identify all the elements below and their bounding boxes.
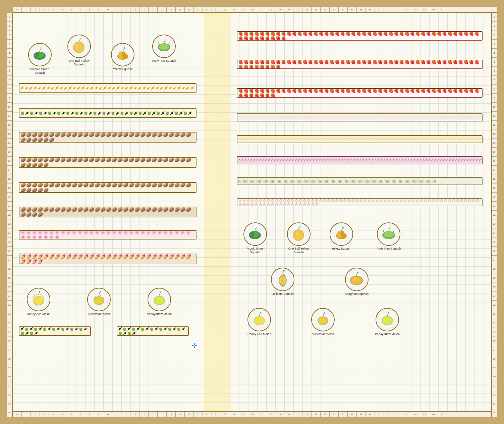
papayadew-icon-right	[376, 308, 399, 331]
delicata-icon	[271, 268, 294, 291]
center-divider	[203, 13, 230, 411]
strawberry-row-2: 🍓🍓🍓🍓🍓🍓🍓🍓🍓🍓🍓🍓🍓🍓🍓🍓🍓🍓🍓🍓🍓🍓🍓🍓🍓🍓🍓🍓🍓🍓🍓🍓🍓🍓🍓🍓🍓🍓🍓🍓…	[237, 60, 483, 69]
svg-point-49	[255, 317, 264, 324]
svg-point-55	[383, 317, 392, 324]
piccolo-label-right: Piccolo Green Squash	[241, 247, 269, 254]
piccolo-green-icon-right	[243, 222, 267, 246]
svg-point-42	[283, 270, 285, 271]
ruler-right: 0' 1' 2' 3' 4' 5' 6' 7' 8' 9' 10' 11' 12…	[491, 13, 497, 417]
piccolo-green-squash-right: Piccolo Green Squash	[241, 222, 269, 254]
svg-point-24	[157, 298, 159, 301]
superstar-label-right: Superstar Melon	[312, 332, 334, 336]
svg-point-5	[74, 43, 83, 52]
patty-pan-squash-right: Patty Pan Squash	[377, 222, 401, 251]
svg-point-6	[80, 38, 81, 39]
bulgarian-carrot-row-1: 🌶🫑🌶🫑🌶🫑🌶🫑🌶🫑🌶🫑🌶🫑🌶🫑🌶🫑🌶 Bulgarian Carrot Pep…	[19, 326, 91, 336]
one-ball-label-left: One Ball Yellow Squash	[65, 59, 93, 66]
svg-point-30	[294, 230, 303, 240]
plant-one-ball-left: One Ball Yellow Squash	[65, 35, 93, 66]
bulgarian-carrot-row-2: 🌶🫑🌶🫑🌶🫑🌶🫑🌶🫑🌶🫑🌶🫑🌶🫑🌶🫑🌶 Bulgarian Carrot Pep…	[117, 326, 189, 336]
superstar-melon-right: Superstar Melon	[311, 308, 335, 336]
svg-point-50	[260, 312, 261, 313]
svg-point-36	[342, 227, 344, 228]
svg-point-19	[95, 297, 103, 304]
plant-piccolo-green-squash-left: Piccolo Green Squash	[25, 43, 54, 75]
spaghetti-label: Spaghetti Squash	[345, 292, 369, 296]
svg-point-13	[159, 44, 169, 50]
yellow-squash-label-right: Yellow Squash	[332, 247, 351, 251]
german-butterball-row: 🥔🥔🥔🥔🥔🥔🥔🥔🥔🥔🥔🥔🥔🥔🥔🥔🥔🥔🥔🥔🥔🥔🥔🥔🥔🥔🥔🥔🥔🥔🥔🥔🥔🥔 Germa…	[19, 207, 197, 217]
yellow-squash-right: Yellow Squash	[330, 222, 353, 251]
white-onion-row: ⬭⬭⬭⬭⬭⬭⬭⬭⬭⬭⬭⬭⬭⬭⬭⬭⬭⬭⬭⬭⬭⬭⬭⬭⬭⬭⬭⬭⬭⬭⬭⬭⬭⬭⬭⬭⬭⬭⬭⬭…	[237, 113, 483, 121]
superstar-icon-left	[87, 288, 111, 311]
svg-point-28	[256, 227, 257, 228]
one-ball-label-right: One Ball Yellow Squash	[284, 247, 313, 254]
one-ball-icon-right	[287, 222, 311, 246]
svg-point-20	[100, 291, 101, 293]
svg-point-27	[251, 231, 254, 236]
superstar-icon-right	[311, 308, 335, 331]
svg-point-53	[324, 312, 325, 314]
svg-point-23	[160, 292, 161, 293]
red-onion-row: ⬭⬭⬭⬭⬭⬭⬭⬭⬭⬭⬭⬭⬭⬭⬭⬭⬭⬭⬭⬭⬭⬭⬭⬭⬭⬭⬭⬭⬭⬭⬭⬭⬭⬭⬭⬭⬭⬭⬭⬭…	[237, 156, 483, 164]
yellow-squash-label-topleft: Yellow Squash	[113, 67, 133, 71]
svg-point-52	[319, 317, 327, 324]
svg-point-14	[165, 39, 166, 41]
sweet-pea-row: 🌸🌸🌸🌸🌸🌸🌸🌸🌸🌸🌸🌸🌸🌸🌸🌸🌸🌸🌸🌸🌸🌸🌸🌸🌸🌸🌸🌸🌸🌸🌸🌸🌸🌸🌸🌸🌸 Sw…	[19, 230, 197, 240]
plant-patty-pan-top: Patty Pan Squash	[152, 35, 176, 63]
patty-pan-label-right: Patty Pan Squash	[377, 247, 401, 251]
ruler-left: 0' 1' 2' 3' 4' 5' 6' 7' 8' 9' 10' 11' 12…	[7, 13, 13, 417]
strawberry-row-1: 🍓🍓🍓🍓🍓🍓🍓🍓🍓🍓🍓🍓🍓🍓🍓🍓🍓🍓🍓🍓🍓🍓🍓🍓🍓🍓🍓🍓🍓🍓🍓🍓🍓🍓🍓🍓🍓🍓🍓🍓…	[237, 31, 483, 41]
french-fingerling-row: 🥔🥔🥔🥔🥔🥔🥔🥔🥔🥔🥔🥔🥔🥔🥔🥔🥔🥔🥔🥔🥔🥔🥔🥔🥔🥔🥔🥔🥔🥔🥔🥔🥔🥔🥔🥔 Fre…	[19, 132, 197, 143]
patty-pan-icon-right	[377, 222, 400, 246]
yellow-onion-row: ⬭⬭⬭⬭⬭⬭⬭⬭⬭⬭⬭⬭⬭⬭⬭⬭⬭⬭⬭⬭⬭⬭⬭⬭⬭⬭⬭⬭⬭⬭⬭⬭⬭⬭⬭⬭⬭⬭⬭⬭…	[237, 135, 483, 143]
honey-ace-melon-right: Honey Ace Melon	[247, 308, 271, 336]
one-ball-yellow-squash-right: One Ball Yellow Squash	[284, 222, 313, 254]
papayadew-melon-left: Papayadew Melon	[147, 288, 172, 316]
svg-point-10	[122, 51, 126, 57]
papayadew-label-right: Papayadew Melon	[375, 332, 400, 336]
svg-point-38	[384, 231, 394, 237]
strawberry-row-3: 🍓🍓🍓🍓🍓🍓🍓🍓🍓🍓🍓🍓🍓🍓🍓🍓🍓🍓🍓🍓🍓🍓🍓🍓🍓🍓🍓🍓🍓🍓🍓🍓🍓🍓🍓🍓🍓🍓🍓🍓…	[237, 88, 483, 98]
jalapeno-pepper-row: 🫑🌶🫑🌶🫑🌶🫑🌶🫑🌶🫑🌶🫑🌶🫑🌶🫑🌶🫑🌶🫑🌶🫑🌶🫑🌶🫑🌶🫑🌶🫑🌶🫑🌶🫑🌶🫑🌶 J…	[19, 108, 197, 118]
svg-point-45	[351, 277, 362, 284]
svg-point-35	[340, 231, 344, 237]
honey-ace-icon-right	[247, 308, 271, 331]
papayadew-icon-left	[148, 288, 171, 311]
svg-point-31	[300, 226, 301, 227]
banana-pepper-row: 🌶🌶🌶🌶🌶🌶🌶🌶🌶🌶🌶🌶🌶🌶🌶🌶🌶🌶🌶🌶🌶🌶🌶🌶🌶🌶🌶🌶🌶🌶🌶🌶🌶🌶🌶🌶🌶🌶🌶🌶…	[19, 83, 197, 93]
compass-cursor: ✛	[192, 341, 198, 350]
spaghetti-icon	[345, 268, 369, 291]
delicata-label: Delicata Squash	[272, 292, 294, 296]
patty-pan-label-top: Patty Pan Squash	[152, 59, 176, 63]
svg-point-22	[155, 297, 164, 304]
svg-point-56	[388, 312, 389, 313]
georgia-jet-row: 🍠🍠🍠🍠🍠🍠🍠🍠🍠🍠🍠🍠🍠🍠🍠🍠🍠🍠🍠🍠🍠🍠🍠🍠🍠🍠🍠🍠🍠🍠🍠🍠🍠🍠 Georg…	[19, 254, 197, 264]
garden-area: Piccolo Green Squash One Ball Yellow Squ…	[13, 13, 491, 411]
yellow-squash-icon-right	[330, 222, 353, 246]
garden-container: Piccolo Green Squash One Ball Yellow Squ…	[0, 0, 504, 424]
honey-ace-icon-left	[27, 288, 50, 311]
svg-point-46	[357, 272, 358, 273]
svg-point-11	[124, 47, 125, 49]
white-wax-onion-row: ||||||||||||||||||||||||||||||||||||||||…	[237, 177, 483, 185]
superstar-melon-left: Superstar Melon	[87, 288, 111, 316]
superstar-label-left: Superstar Melon	[88, 312, 110, 316]
honey-ace-label-left: Honey Ace Melon	[27, 312, 51, 316]
svg-point-32	[296, 232, 298, 235]
svg-point-39	[389, 227, 391, 228]
plant-yellow-squash-topleft: Yellow Squash	[111, 43, 134, 71]
spaghetti-squash: Spaghetti Squash	[345, 268, 369, 296]
delicata-squash: Delicata Squash	[271, 268, 294, 296]
svg-point-7	[76, 44, 78, 47]
svg-point-47	[353, 277, 356, 281]
piccolo-green-squash-icon-left	[28, 43, 52, 66]
yellow-finn-row: 🥔🥔🥔🥔🥔🥔🥔🥔🥔🥔🥔🥔🥔🥔🥔🥔🥔🥔🥔🥔🥔🥔🥔🥔🥔🥔🥔🥔🥔🥔🥔🥔🥔🥔🥔 Yell…	[19, 157, 197, 168]
svg-point-17	[39, 291, 40, 292]
honey-ace-melon-left: Honey Ace Melon	[27, 288, 51, 316]
yellow-squash-icon-topleft	[111, 43, 134, 66]
ruler-top: 0' 1' 2' 3' 4' 5' 6' 7' 8' 9' 10' 11' 12…	[13, 7, 497, 13]
honey-ace-label-right: Honey Ace Melon	[247, 332, 271, 336]
garlic-row: 🧄🧄🧄🧄🧄🧄🧄🧄🧄🧄🧄🧄🧄🧄🧄🧄🧄🧄🧄🧄🧄🧄🧄🧄🧄🧄🧄🧄🧄🧄🧄🧄🧄🧄🧄🧄🧄🧄🧄🧄…	[237, 198, 483, 206]
one-ball-icon-left	[67, 35, 91, 58]
